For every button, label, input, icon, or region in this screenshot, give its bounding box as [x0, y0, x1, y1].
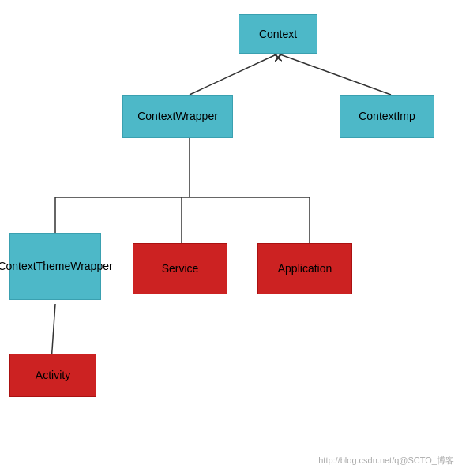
node-context-theme-wrapper: ContextThemeWrapper — [9, 233, 101, 300]
node-application: Application — [257, 243, 352, 294]
watermark: http://blog.csdn.net/q@SCTO_博客 — [318, 455, 454, 467]
node-activity: Activity — [9, 354, 96, 397]
arrow-wrapper-to-context — [190, 54, 278, 95]
node-context: Context — [239, 14, 317, 54]
arrow-impl-to-context — [278, 54, 391, 95]
node-context-impl: ContextImp — [340, 95, 434, 138]
node-context-wrapper: ContextWrapper — [122, 95, 233, 138]
diagram-container: Context ContextWrapper ContextImp Contex… — [0, 0, 462, 476]
node-service: Service — [133, 243, 227, 294]
